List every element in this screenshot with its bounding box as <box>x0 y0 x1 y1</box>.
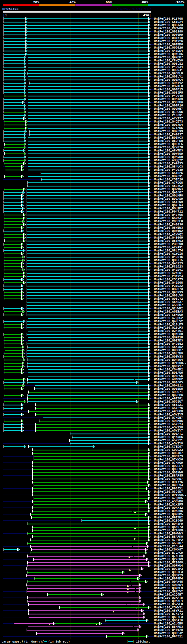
svg-text:(in Query)/: (in Query)/ <box>24 640 44 643</box>
svg-text:=100char.: =100char. <box>134 640 150 643</box>
svg-text:(in Subject): (in Subject) <box>48 640 70 643</box>
svg-text:20%: 20% <box>33 0 39 4</box>
svg-text:AlignView.pm Beta rel.7: AlignView.pm Beta rel.7 <box>117 8 151 11</box>
svg-text:|1: |1 <box>3 13 7 17</box>
svg-text:Large gaps:: Large gaps: <box>1 640 21 643</box>
svg-text:BP063493: BP063493 <box>2 7 18 11</box>
svg-text:~100%: ~100% <box>174 0 184 4</box>
svg-text:438|: 438| <box>143 13 151 17</box>
svg-text:UniRef100_B9FS11: UniRef100_B9FS11 <box>154 635 183 638</box>
svg-text:~40%: ~40% <box>67 0 76 4</box>
svg-text:~80%: ~80% <box>140 0 148 4</box>
svg-text:~60%: ~60% <box>104 0 112 4</box>
svg-text:UniRef100_Q8W1W2: UniRef100_Q8W1W2 <box>154 229 183 233</box>
